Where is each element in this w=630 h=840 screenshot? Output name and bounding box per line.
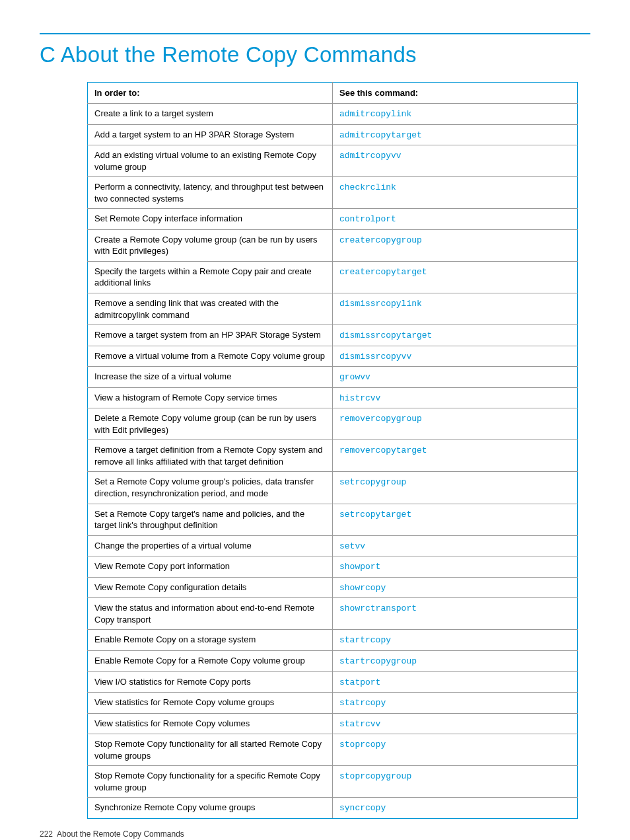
row-command: showport: [333, 556, 578, 578]
row-command: syncrcopy: [333, 798, 578, 819]
table-row: Increase the size of a virtual volumegro…: [88, 367, 578, 388]
row-command: setrcopytarget: [333, 504, 578, 535]
row-command: dismissrcopylink: [333, 293, 578, 325]
command-link[interactable]: showrcopy: [339, 583, 386, 593]
table-row: Create a Remote Copy volume group (can b…: [88, 229, 578, 261]
table-row: Create a link to a target systemadmitrco…: [88, 104, 578, 125]
command-link[interactable]: admitrcopytarget: [339, 130, 422, 140]
table-row: Add an existing virtual volume to an exi…: [88, 145, 578, 177]
command-link[interactable]: showport: [339, 562, 380, 572]
row-command: startrcopy: [333, 630, 578, 651]
row-description: View I/O statistics for Remote Copy port…: [88, 671, 333, 693]
row-command: removercopygroup: [333, 408, 578, 440]
row-description: View statistics for Remote Copy volumes: [88, 713, 333, 734]
command-link[interactable]: histrcvv: [339, 393, 380, 403]
row-description: Enable Remote Copy for a Remote Copy vol…: [88, 650, 333, 671]
command-link[interactable]: startrcopy: [339, 635, 391, 645]
row-description: Stop Remote Copy functionality for all s…: [88, 734, 333, 766]
row-command: startrcopygroup: [333, 650, 578, 671]
row-description: Specify the targets within a Remote Copy…: [88, 261, 333, 293]
row-description: Remove a target system from an HP 3PAR S…: [88, 325, 333, 346]
table-row: Enable Remote Copy for a Remote Copy vol…: [88, 650, 578, 671]
table-row: Remove a target system from an HP 3PAR S…: [88, 325, 578, 346]
row-command: histrcvv: [333, 387, 578, 408]
table-row: View statistics for Remote Copy volume g…: [88, 693, 578, 714]
table-row: Add a target system to an HP 3PAR Storag…: [88, 124, 578, 145]
row-command: growvv: [333, 367, 578, 388]
row-description: Delete a Remote Copy volume group (can b…: [88, 408, 333, 440]
command-link[interactable]: showrctransport: [339, 603, 417, 613]
row-command: statrcvv: [333, 713, 578, 734]
table-row: Specify the targets within a Remote Copy…: [88, 261, 578, 293]
table-row: Remove a virtual volume from a Remote Co…: [88, 346, 578, 367]
command-link[interactable]: dismissrcopylink: [339, 299, 422, 309]
row-description: Add a target system to an HP 3PAR Storag…: [88, 124, 333, 145]
row-description: Add an existing virtual volume to an exi…: [88, 145, 333, 177]
row-command: dismissrcopytarget: [333, 325, 578, 346]
command-link[interactable]: growvv: [339, 372, 370, 382]
row-description: Enable Remote Copy on a storage system: [88, 630, 333, 651]
command-link[interactable]: statport: [339, 677, 380, 687]
row-description: View the status and information about en…: [88, 598, 333, 630]
row-description: View statistics for Remote Copy volume g…: [88, 693, 333, 714]
table-row: Enable Remote Copy on a storage systemst…: [88, 630, 578, 651]
row-command: dismissrcopyvv: [333, 346, 578, 367]
command-link[interactable]: controlport: [339, 214, 396, 224]
command-link[interactable]: checkrclink: [339, 182, 396, 192]
row-command: admitrcopytarget: [333, 124, 578, 145]
header-in-order-to: In order to:: [88, 83, 333, 104]
row-command: controlport: [333, 209, 578, 230]
command-link[interactable]: stoprcopygroup: [339, 771, 411, 781]
page-number: 222: [40, 829, 53, 839]
row-command: removercopytarget: [333, 440, 578, 472]
table-row: Set a Remote Copy target's name and poli…: [88, 504, 578, 535]
page-title: C About the Remote Copy Commands: [40, 42, 590, 67]
command-link[interactable]: creatercopytarget: [339, 267, 427, 277]
table-row: View Remote Copy port informationshowpor…: [88, 556, 578, 578]
command-link[interactable]: admitrcopyvv: [339, 151, 402, 161]
command-link[interactable]: admitrcopylink: [339, 109, 411, 119]
row-command: statrcopy: [333, 693, 578, 714]
table-row: Change the properties of a virtual volum…: [88, 535, 578, 556]
table-row: Perform a connectivity, latency, and thr…: [88, 177, 578, 209]
command-link[interactable]: setrcopytarget: [339, 510, 411, 519]
command-link[interactable]: removercopytarget: [339, 445, 427, 455]
table-row: Set Remote Copy interface informationcon…: [88, 209, 578, 230]
row-description: Create a link to a target system: [88, 104, 333, 125]
command-link[interactable]: dismissrcopyvv: [339, 352, 411, 362]
table-row: Stop Remote Copy functionality for a spe…: [88, 766, 578, 798]
command-link[interactable]: syncrcopy: [339, 803, 386, 813]
row-command: showrctransport: [333, 598, 578, 630]
row-command: stoprcopy: [333, 734, 578, 766]
row-command: creatercopygroup: [333, 229, 578, 261]
table-row: View Remote Copy configuration detailssh…: [88, 577, 578, 598]
table-row: Remove a target definition from a Remote…: [88, 440, 578, 472]
row-command: admitrcopyvv: [333, 145, 578, 177]
commands-table: In order to: See this command: Create a …: [87, 82, 578, 819]
command-link[interactable]: statrcopy: [339, 698, 386, 708]
table-row: View a histogram of Remote Copy service …: [88, 387, 578, 408]
command-link[interactable]: setvv: [339, 541, 365, 551]
row-description: Set a Remote Copy target's name and poli…: [88, 504, 333, 535]
command-link[interactable]: dismissrcopytarget: [339, 330, 432, 340]
row-command: showrcopy: [333, 577, 578, 598]
command-link[interactable]: startrcopygroup: [339, 656, 417, 666]
command-link[interactable]: removercopygroup: [339, 414, 422, 424]
table-row: View statistics for Remote Copy volumess…: [88, 713, 578, 734]
footer-section: About the Remote Copy Commands: [57, 829, 184, 839]
row-description: Synchronize Remote Copy volume groups: [88, 798, 333, 819]
command-link[interactable]: creatercopygroup: [339, 235, 422, 245]
row-description: Perform a connectivity, latency, and thr…: [88, 177, 333, 209]
row-description: Remove a target definition from a Remote…: [88, 440, 333, 472]
row-command: setrcopygroup: [333, 472, 578, 504]
page-footer: 222 About the Remote Copy Commands: [40, 829, 590, 839]
table-row: Synchronize Remote Copy volume groupssyn…: [88, 798, 578, 819]
command-link[interactable]: stoprcopy: [339, 740, 386, 749]
table-row: Set a Remote Copy volume group's policie…: [88, 472, 578, 504]
command-link[interactable]: setrcopygroup: [339, 477, 406, 487]
row-description: View a histogram of Remote Copy service …: [88, 387, 333, 408]
top-rule: [40, 33, 590, 34]
row-command: checkrclink: [333, 177, 578, 209]
table-row: Remove a sending link that was created w…: [88, 293, 578, 325]
command-link[interactable]: statrcvv: [339, 719, 380, 729]
